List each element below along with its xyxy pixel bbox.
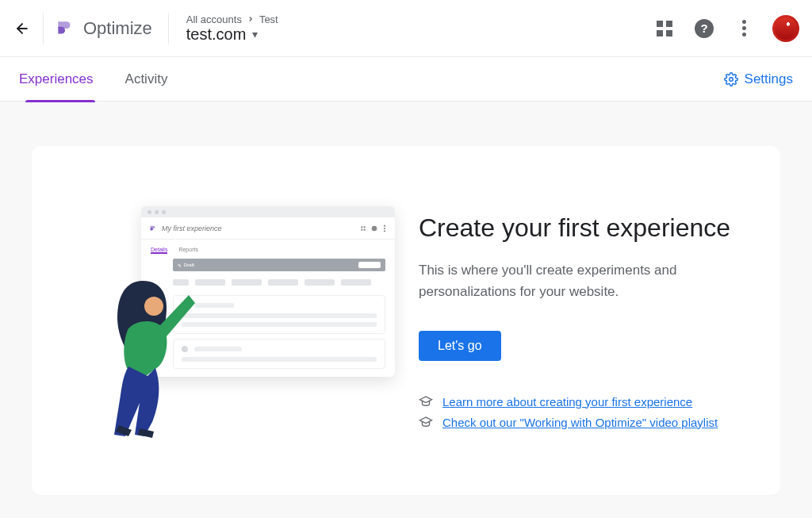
- svg-point-1: [729, 77, 733, 81]
- video-playlist-link[interactable]: Check out our "Working with Optimize" vi…: [442, 416, 718, 429]
- lets-go-button[interactable]: Let's go: [419, 331, 501, 361]
- learn-more-link[interactable]: Learn more about creating your first exp…: [442, 395, 692, 409]
- svg-rect-2: [361, 226, 362, 228]
- back-button[interactable]: [6, 13, 38, 44]
- help-icon: ?: [695, 19, 714, 38]
- svg-point-10: [144, 297, 163, 316]
- svg-rect-3: [364, 226, 366, 228]
- container-dropdown[interactable]: test.com ▾: [186, 25, 278, 44]
- optimize-logo-icon: [55, 18, 75, 39]
- tabs-bar: Experiences Activity Settings: [0, 57, 812, 102]
- svg-point-8: [384, 227, 385, 228]
- caret-down-icon: ▾: [252, 28, 258, 40]
- header-actions: ?: [653, 15, 799, 42]
- tab-experiences[interactable]: Experiences: [19, 57, 94, 102]
- kebab-icon: [742, 20, 746, 36]
- gear-icon: [724, 72, 738, 86]
- arrow-left-icon: [14, 21, 30, 36]
- svg-rect-5: [364, 228, 366, 230]
- help-button[interactable]: ?: [693, 17, 715, 40]
- empty-state-copy: Create your first experience This is whe…: [395, 212, 749, 429]
- empty-state-illustration: My first experience Details Reports ✎ Dr…: [54, 201, 395, 439]
- breadcrumb-leaf: Test: [259, 13, 278, 25]
- product-logo-block[interactable]: Optimize: [55, 18, 152, 39]
- main-area: My first experience Details Reports ✎ Dr…: [0, 102, 812, 518]
- settings-link[interactable]: Settings: [724, 71, 793, 87]
- svg-point-6: [372, 225, 377, 231]
- empty-state-card: My first experience Details Reports ✎ Dr…: [32, 146, 780, 495]
- person-illustration-icon: [105, 273, 200, 439]
- breadcrumb: All accounts Test: [186, 13, 278, 25]
- more-menu-button[interactable]: [733, 17, 755, 40]
- settings-label: Settings: [745, 71, 793, 87]
- account-selector[interactable]: All accounts Test test.com ▾: [186, 13, 278, 44]
- apps-button[interactable]: [653, 17, 676, 40]
- svg-point-7: [384, 224, 385, 226]
- breadcrumb-root: All accounts: [186, 13, 242, 25]
- divider: [168, 13, 169, 44]
- svg-rect-4: [361, 228, 362, 230]
- container-name: test.com: [186, 25, 247, 44]
- graduation-cap-icon: [419, 415, 433, 429]
- app-header: Optimize All accounts Test test.com ▾ ?: [0, 0, 812, 57]
- product-name: Optimize: [83, 18, 152, 39]
- empty-state-heading: Create your first experience: [419, 212, 749, 244]
- apps-grid-icon: [657, 21, 672, 36]
- empty-state-description: This is where you'll create experiments …: [419, 259, 749, 302]
- tab-activity[interactable]: Activity: [125, 57, 168, 102]
- account-avatar[interactable]: [772, 15, 799, 42]
- divider: [43, 13, 44, 44]
- svg-point-9: [384, 230, 385, 232]
- graduation-cap-icon: [419, 394, 433, 409]
- chevron-right-icon: [247, 15, 255, 23]
